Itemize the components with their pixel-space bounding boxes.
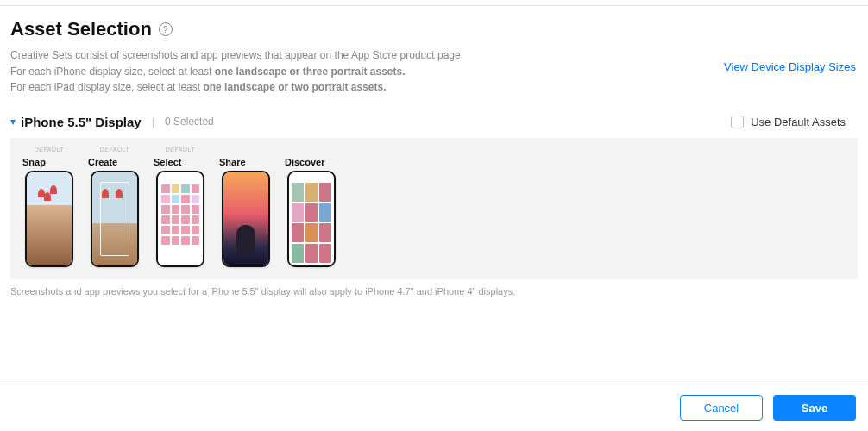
- desc-line3b: one landscape or two portrait assets.: [203, 81, 386, 93]
- footer: Cancel Save: [0, 384, 868, 431]
- gallery-note: Screenshots and app previews you select …: [10, 286, 858, 297]
- use-default-checkbox[interactable]: [731, 116, 744, 128]
- cancel-button[interactable]: Cancel: [680, 395, 763, 421]
- desc-line2b: one landscape or three portrait assets.: [215, 66, 406, 78]
- use-default-assets-toggle[interactable]: Use Default Assets: [731, 116, 846, 128]
- default-badge: DEFAULT: [166, 147, 196, 157]
- chevron-down-icon: ▾: [10, 116, 16, 128]
- view-device-sizes-link[interactable]: View Device Display Sizes: [724, 60, 856, 73]
- asset-title: Discover: [285, 157, 324, 167]
- default-badge: DEFAULT: [35, 147, 65, 157]
- selected-count: 0 Selected: [165, 116, 214, 128]
- asset-title: Create: [88, 157, 117, 167]
- asset-item[interactable]: Discover: [285, 147, 338, 267]
- asset-item[interactable]: DEFAULT Select: [154, 147, 207, 267]
- asset-item[interactable]: DEFAULT Snap: [22, 147, 76, 267]
- asset-title: Share: [219, 157, 246, 167]
- use-default-label: Use Default Assets: [751, 116, 846, 128]
- page-title: Asset Selection: [10, 18, 152, 41]
- asset-item[interactable]: Share: [219, 147, 273, 267]
- desc-line3a: For each iPad display size, select at le…: [10, 81, 203, 93]
- asset-title: Snap: [22, 157, 46, 167]
- asset-title: Select: [154, 157, 181, 167]
- phone-thumbnail: [91, 171, 139, 267]
- section-title: iPhone 5.5" Display: [21, 115, 142, 129]
- asset-item[interactable]: DEFAULT Create: [88, 147, 142, 267]
- desc-line2a: For each iPhone display size, select at …: [10, 66, 215, 78]
- default-badge: DEFAULT: [100, 147, 130, 157]
- phone-thumbnail: [156, 171, 204, 267]
- phone-thumbnail: [222, 171, 270, 267]
- phone-thumbnail: [287, 171, 336, 267]
- save-button[interactable]: Save: [773, 395, 856, 421]
- help-icon[interactable]: ?: [159, 22, 173, 36]
- phone-thumbnail: [25, 171, 73, 267]
- separator: |: [152, 116, 154, 128]
- asset-gallery: DEFAULT Snap DEFAULT Create DEFAULT Sele…: [10, 138, 858, 279]
- section-toggle[interactable]: ▾ iPhone 5.5" Display | 0 Selected: [10, 115, 214, 129]
- desc-line1: Creative Sets consist of screenshots and…: [10, 49, 463, 61]
